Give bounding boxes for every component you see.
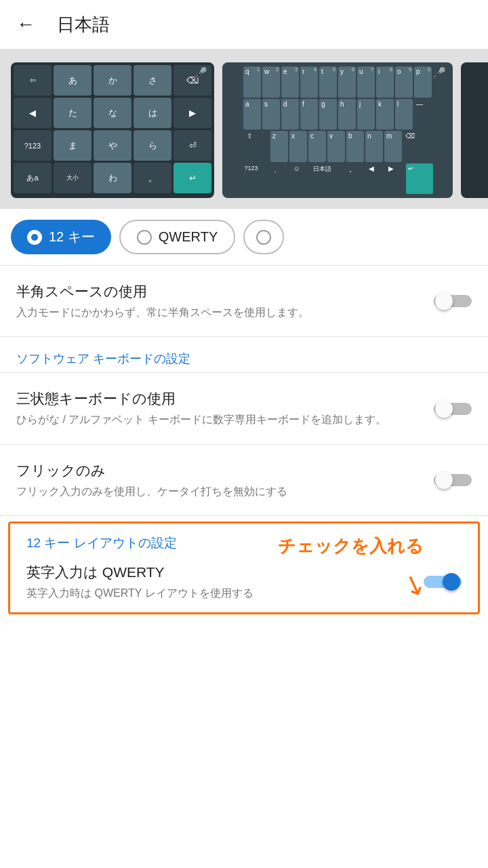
kb-key-ra: ら: [134, 130, 171, 161]
page-title: 日本語: [57, 13, 110, 37]
flick-only-toggle[interactable]: [434, 470, 472, 490]
layout-12key-button[interactable]: 12 キー: [11, 220, 111, 254]
mic-icon-12key: 🎤: [194, 66, 207, 79]
header: ← 日本語: [0, 0, 488, 49]
qw-y: y6: [338, 66, 356, 98]
radio-12key-checked: [27, 230, 42, 245]
kb-key-return: ↵: [174, 163, 211, 193]
kb-key-right: ▶: [174, 98, 211, 128]
qwerty-input-desc: 英字入力時は QWERTY レイアウトを使用する: [26, 586, 413, 601]
kb-key-punct: 。: [134, 163, 171, 193]
twelve-key-layout-section: 12 キー レイアウトの設定 チェックを入れる ↘ 英字入力は QWERTY 英…: [8, 521, 480, 614]
tristate-keyboard-toggle[interactable]: [434, 399, 472, 419]
tristate-keyboard-title: 三状態キーボードの使用: [16, 389, 434, 408]
keyboard-preview-area: 🎤 ⇦ あ か さ ⌫ ◀ た な は ▶ ?123 ま や: [0, 49, 488, 209]
qw-emoji: ☺: [291, 163, 309, 195]
qw-m: m: [384, 131, 402, 162]
kb-key-123: ?123: [14, 130, 52, 161]
qwerty-input-toggle[interactable]: [424, 572, 462, 592]
qwerty-input-text: 英字入力は QWERTY 英字入力時は QWERTY レイアウトを使用する: [26, 563, 413, 601]
qw-x: x: [289, 131, 307, 162]
kb-key-enter: ⏎: [174, 130, 211, 161]
qw-n: n: [365, 131, 383, 162]
radio-qwerty-unchecked: [137, 230, 152, 245]
layout-third-button[interactable]: [243, 220, 284, 254]
qw-h: h: [338, 99, 356, 130]
qw-j: j: [357, 99, 375, 130]
qw-a: a: [243, 99, 261, 130]
qw-123: ?123: [243, 163, 270, 195]
kb-key-left: ◀: [14, 98, 52, 128]
qw-v: v: [327, 131, 345, 162]
qw-w: w2: [262, 66, 280, 98]
qw-b: b: [346, 131, 364, 162]
flick-only-text: フリックのみ フリック入力のみを使用し、ケータイ打ちを無効にする: [16, 461, 434, 499]
kb-key-hiragana: あa: [14, 163, 52, 193]
kb-key-na: な: [94, 98, 131, 128]
qw-lang: 日本語: [311, 163, 345, 195]
qw-t: t5: [319, 66, 337, 98]
flick-only-desc: フリック入力のみを使用し、ケータイ打ちを無効にする: [16, 484, 434, 499]
flick-only-title: フリックのみ: [16, 461, 434, 480]
qw-f: f: [300, 99, 318, 130]
tristate-keyboard-desc: ひらがな / アルファベット キーボードに数字専用キーボードを追加します。: [16, 412, 434, 427]
qw-e: e3: [281, 66, 299, 98]
qw-i: i8: [376, 66, 394, 98]
qw-comma: 、: [272, 163, 289, 195]
halfwidth-space-title: 半角スペースの使用: [16, 282, 434, 301]
annotation-text: チェックを入れる: [278, 534, 424, 558]
kb-key-wa: わ: [94, 163, 131, 193]
toggle-thumb-qwerty: [443, 573, 460, 591]
qw-shift: ⇧: [245, 131, 269, 162]
flick-only-row: フリックのみ フリック入力のみを使用し、ケータイ打ちを無効にする: [0, 445, 488, 515]
qw-u: u7: [357, 66, 375, 98]
layout-qwerty-label: QWERTY: [159, 229, 218, 245]
keyboard-preview-qwerty: 🎤 q1 w2 e3 r4 t5 y6 u7 i8 o9 p0 a s d f …: [222, 62, 453, 198]
kb-key-ka: か: [94, 65, 131, 96]
toggle-thumb-flick: [435, 471, 453, 489]
tristate-keyboard-row: 三状態キーボードの使用 ひらがな / アルファベット キーボードに数字専用キーボ…: [0, 373, 488, 443]
divider-5: [0, 515, 488, 516]
back-button[interactable]: ←: [16, 14, 35, 35]
qw-enter: ↵: [406, 163, 433, 195]
qw-p: p0: [414, 66, 432, 98]
kb-key-sa: さ: [134, 65, 171, 96]
kb-key-ha: は: [134, 98, 171, 128]
kb-key-ya: や: [94, 130, 131, 161]
toggle-thumb-tristate: [435, 400, 453, 418]
kb-key-ma: ま: [54, 130, 92, 161]
software-keyboard-link[interactable]: ソフトウェア キーボードの設定: [0, 337, 488, 372]
qwerty-input-title: 英字入力は QWERTY: [26, 563, 413, 582]
kb-key-ta: た: [54, 98, 92, 128]
qw-s: s: [262, 99, 280, 130]
toggle-thumb-halfwidth: [435, 292, 453, 310]
keyboard-preview-12key: 🎤 ⇦ あ か さ ⌫ ◀ た な は ▶ ?123 ま や: [11, 62, 214, 198]
qw-z: z: [270, 131, 288, 162]
kb-key-size: 大小: [54, 163, 92, 193]
qw-l: l: [395, 99, 413, 130]
halfwidth-space-desc: 入力モードにかかわらず、常に半角スペースを使用します。: [16, 305, 434, 320]
qw-right: ▶: [386, 163, 404, 195]
tristate-keyboard-text: 三状態キーボードの使用 ひらがな / アルファベット キーボードに数字専用キーボ…: [16, 389, 434, 427]
qw-r: r4: [300, 66, 318, 98]
qw-o: o9: [395, 66, 413, 98]
mic-icon-qwerty: 🎤: [432, 66, 446, 79]
qw-c: c: [308, 131, 326, 162]
qw-q: q1: [243, 66, 261, 98]
qw-dash: —: [414, 99, 432, 130]
radio-third-unchecked: [256, 230, 271, 245]
halfwidth-space-row: 半角スペースの使用 入力モードにかかわらず、常に半角スペースを使用します。: [0, 266, 488, 336]
qw-d: d: [281, 99, 299, 130]
kb-key-a: あ: [54, 65, 92, 96]
halfwidth-space-toggle[interactable]: [434, 291, 472, 311]
layout-12key-label: 12 キー: [49, 228, 95, 246]
layout-selector: 12 キー QWERTY: [0, 209, 488, 265]
halfwidth-space-text: 半角スペースの使用 入力モードにかかわらず、常に半角スペースを使用します。: [16, 282, 434, 320]
keyboard-preview-third: [461, 62, 488, 198]
qw-left: ◀: [367, 163, 384, 195]
layout-qwerty-button[interactable]: QWERTY: [119, 220, 235, 254]
qw-del: ⌫: [403, 131, 430, 162]
qw-period: 。: [347, 163, 365, 195]
qw-k: k: [376, 99, 394, 130]
qwerty-input-row: 英字入力は QWERTY 英字入力時は QWERTY レイアウトを使用する: [26, 563, 462, 601]
